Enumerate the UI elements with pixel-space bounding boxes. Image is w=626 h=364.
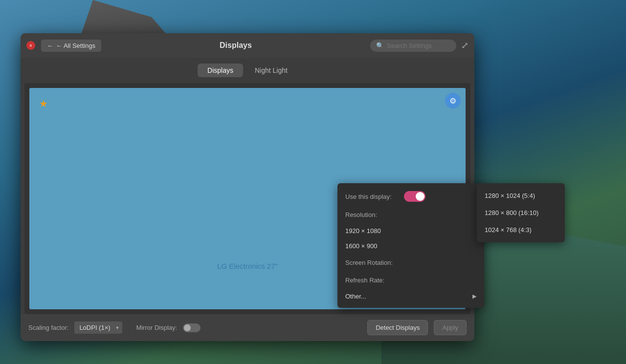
resolution-option-1080[interactable]: 1920 × 1080 — [337, 223, 484, 238]
fullscreen-icon: ⤢ — [461, 41, 469, 50]
resolution-option-other[interactable]: Other... ▶ — [337, 289, 484, 304]
close-button[interactable]: × — [26, 41, 35, 50]
fullscreen-button[interactable]: ⤢ — [461, 40, 469, 51]
displays-dialog: × ← ← All Settings Displays 🔍 ⤢ Displays… — [21, 33, 474, 341]
use-display-toggle[interactable] — [404, 191, 425, 202]
submenu-item-2[interactable]: 1280 × 800 (16:10) — [477, 204, 565, 221]
tabbar: Displays Night Light — [21, 58, 474, 83]
back-label: ← All Settings — [56, 42, 95, 49]
all-settings-button[interactable]: ← ← All Settings — [41, 40, 101, 52]
apply-button[interactable]: Apply — [434, 320, 467, 335]
submenu-item-3[interactable]: 1024 × 768 (4:3) — [477, 221, 565, 238]
use-display-row: Use this display: — [337, 187, 484, 206]
resolution-option-900[interactable]: 1600 × 900 — [337, 238, 484, 254]
screen-rotation-label: Screen Rotation: — [345, 259, 404, 266]
mirror-toggle[interactable] — [183, 323, 201, 332]
monitor-label: LG Electronics 27" — [217, 262, 278, 270]
search-icon: 🔍 — [376, 42, 384, 49]
mirror-label: Mirror Display: — [136, 324, 177, 331]
back-icon: ← — [47, 42, 53, 49]
resolution-submenu: 1280 × 1024 (5:4) 1280 × 800 (16:10) 102… — [477, 183, 565, 242]
search-box[interactable]: 🔍 — [370, 40, 456, 52]
close-icon: × — [29, 43, 32, 48]
scaling-select-wrapper[interactable]: LoDPI (1×) — [74, 321, 122, 334]
search-input[interactable] — [387, 42, 450, 49]
use-display-label: Use this display: — [345, 193, 404, 200]
detect-displays-button[interactable]: Detect Displays — [367, 320, 428, 335]
titlebar: × ← ← All Settings Displays 🔍 ⤢ — [21, 33, 474, 58]
monitor-settings-gear[interactable]: ⚙ — [445, 93, 461, 108]
refresh-rate-row: Refresh Rate: — [337, 271, 484, 289]
tab-displays[interactable]: Displays — [198, 64, 243, 77]
scaling-label: Scaling factor: — [28, 324, 68, 331]
tab-night-light[interactable]: Night Light — [245, 64, 297, 77]
resolution-label: Resolution: — [345, 211, 404, 218]
submenu-item-1[interactable]: 1280 × 1024 (5:4) — [477, 187, 565, 204]
bottom-bar: Scaling factor: LoDPI (1×) Mirror Displa… — [21, 314, 474, 341]
resolution-row: Resolution: — [337, 206, 484, 223]
screen-rotation-row: Screen Rotation: — [337, 254, 484, 271]
resolution-dropdown-panel: Use this display: Resolution: 1920 × 108… — [337, 183, 484, 308]
star-icon: ★ — [39, 98, 48, 109]
display-area: ★ ⚙ LG Electronics 27" Use this display:… — [24, 83, 470, 314]
dialog-title: Displays — [101, 41, 370, 50]
scaling-select[interactable]: LoDPI (1×) — [74, 321, 122, 334]
submenu-arrow-icon: ▶ — [472, 293, 476, 300]
refresh-rate-label: Refresh Rate: — [345, 277, 404, 284]
